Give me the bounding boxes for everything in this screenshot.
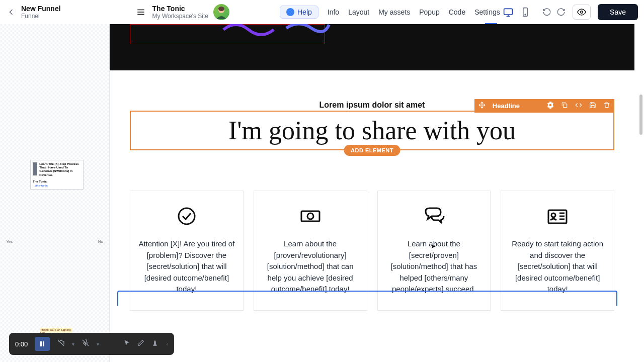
svg-point-8: [307, 213, 313, 219]
headline-element[interactable]: Headline I'm going to share with you ADD…: [130, 111, 614, 150]
save-element-icon[interactable]: [589, 102, 596, 111]
site-title: The Tonic: [152, 5, 208, 13]
cursor-icon: ➤: [431, 243, 436, 250]
chevron-down-icon[interactable]: ▾: [72, 341, 74, 347]
hero-selected-box[interactable]: [130, 24, 325, 44]
cursor-tool-icon[interactable]: [123, 339, 130, 348]
top-bar: New Funnel Funnel The Tonic My Workspace…: [0, 0, 644, 24]
help-button[interactable]: Help: [280, 6, 318, 19]
toolbar-label: Headline: [493, 102, 540, 110]
site-subtitle: My Workspace's Site: [152, 13, 208, 20]
recorder-time: 0:00: [15, 340, 28, 348]
page-thumbnail[interactable]: Learn The [X]-Step Process That I Have U…: [30, 160, 84, 190]
menu-popup[interactable]: Popup: [419, 8, 439, 16]
hero-section[interactable]: [110, 24, 634, 70]
hamburger-icon[interactable]: [136, 8, 145, 17]
menu-code[interactable]: Code: [449, 8, 465, 16]
funnel-subtitle: Funnel: [21, 13, 61, 20]
scrollbar[interactable]: [639, 95, 642, 135]
thumb-text: Learn The [X]-Step Process That I Have U…: [39, 162, 81, 177]
thumb-image: [33, 162, 37, 175]
code-icon[interactable]: [575, 102, 582, 111]
menu-assets[interactable]: My assets: [378, 8, 410, 16]
help-label: Help: [297, 8, 312, 16]
move-icon[interactable]: [478, 102, 486, 111]
site-breadcrumb[interactable]: The Tonic My Workspace's Site: [152, 5, 208, 20]
squiggle-graphic: [221, 24, 332, 37]
mobile-icon[interactable]: [520, 7, 530, 17]
chat-icon: [422, 206, 446, 226]
funnel-title: New Funnel: [21, 5, 61, 13]
menu-info[interactable]: Info: [328, 8, 339, 16]
back-arrow-icon[interactable]: [6, 7, 16, 17]
editor-canvas: Lorem ipsum dolor sit amet Headline I'm …: [110, 24, 644, 362]
pen-tool-icon[interactable]: [137, 339, 144, 348]
id-card-icon: [545, 206, 570, 226]
preview-button[interactable]: [573, 5, 591, 20]
svg-rect-11: [40, 341, 42, 346]
check-circle-icon: [175, 206, 199, 226]
highlight-tool-icon[interactable]: [151, 339, 158, 348]
gear-icon[interactable]: [547, 102, 554, 111]
thumb-title: The Tonic: [33, 180, 81, 183]
svg-point-3: [525, 14, 526, 15]
menu-settings[interactable]: Settings: [474, 8, 500, 16]
funnel-breadcrumb[interactable]: New Funnel Funnel: [21, 5, 61, 20]
element-toolbar: Headline: [474, 99, 614, 113]
branch-no: No: [98, 239, 103, 244]
help-dot-icon: [286, 8, 294, 16]
screen-recorder: 0:00 ▾ ▾ ‹: [9, 333, 174, 355]
active-device-underline: [485, 23, 497, 24]
branch-labels: Yes No: [6, 239, 103, 244]
copy-icon[interactable]: [561, 102, 568, 111]
svg-point-4: [581, 11, 583, 14]
chevron-left-icon[interactable]: ‹: [167, 341, 168, 347]
selected-section-outline[interactable]: [117, 291, 617, 306]
card-text: Learn about the [proven/revolutionary] […: [262, 238, 359, 295]
svg-point-10: [551, 213, 555, 217]
thumb-url: .../the-tonic: [33, 184, 81, 187]
add-element-button[interactable]: ADD ELEMENT: [344, 145, 400, 156]
branch-yes: Yes: [6, 239, 13, 244]
card-text: Ready to start taking action and discove…: [509, 238, 606, 295]
camera-off-icon[interactable]: [57, 339, 65, 349]
right-tools: Save: [503, 4, 638, 20]
card-text: Attention [X]! Are you tired of [problem…: [138, 238, 235, 295]
redo-icon[interactable]: [556, 8, 566, 17]
main-menu: Help Info Layout My assets Popup Code Se…: [280, 6, 500, 19]
svg-rect-1: [504, 9, 513, 15]
chevron-down-icon[interactable]: ▾: [97, 341, 99, 347]
svg-rect-12: [43, 341, 44, 346]
content-section: Lorem ipsum dolor sit amet Headline I'm …: [110, 70, 634, 311]
menu-layout[interactable]: Layout: [348, 8, 369, 16]
funnel-sidebar: Learn The [X]-Step Process That I Have U…: [0, 24, 110, 362]
save-button[interactable]: Save: [598, 4, 638, 20]
desktop-icon[interactable]: [503, 7, 513, 17]
pause-button[interactable]: [35, 337, 50, 351]
avatar[interactable]: [213, 4, 229, 20]
money-icon: [298, 206, 323, 226]
trash-icon[interactable]: [603, 102, 610, 111]
undo-icon[interactable]: [542, 8, 551, 17]
svg-point-6: [179, 208, 195, 224]
headline-text[interactable]: I'm going to share with you: [131, 112, 613, 149]
mic-off-icon[interactable]: [82, 339, 90, 349]
svg-rect-5: [564, 104, 567, 107]
